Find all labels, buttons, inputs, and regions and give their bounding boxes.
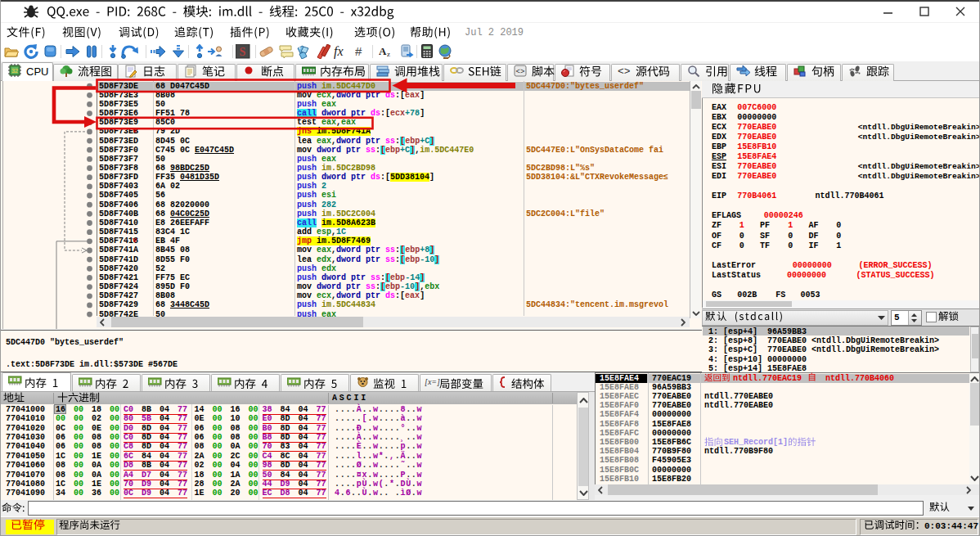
svg-text:A: A (379, 45, 387, 57)
svg-text:<>: <> (618, 65, 631, 76)
svg-text:32: 32 (11, 68, 18, 74)
svg-text:S: S (240, 46, 246, 58)
svg-text:z: z (387, 50, 390, 58)
svg-text:#: # (355, 45, 362, 58)
svg-text:fx: fx (334, 44, 344, 59)
svg-text:<>: <> (516, 68, 525, 76)
